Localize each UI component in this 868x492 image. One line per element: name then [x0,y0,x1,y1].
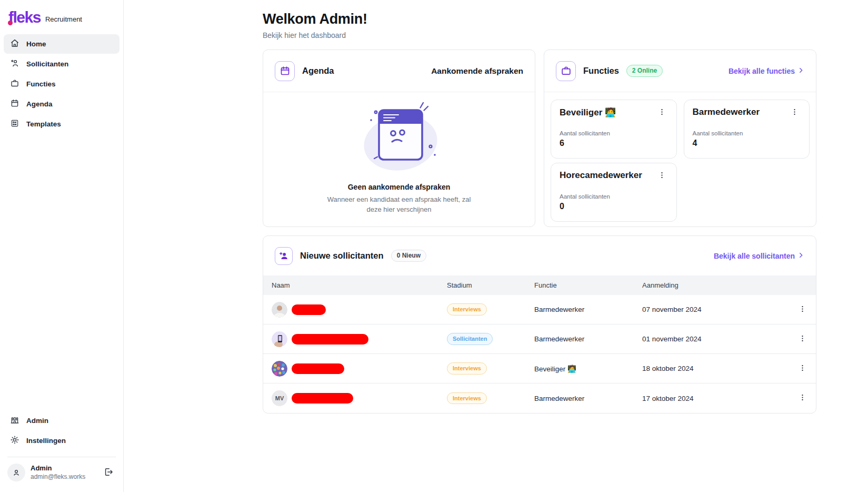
redacted-name [292,304,326,315]
job-count: 6 [560,139,668,148]
job-card-horecamedewerker[interactable]: Horecamedewerker Aantal sollicitanten 0 [551,163,677,222]
candidate-name-cell [272,302,447,318]
avatar-initials: MV [272,390,287,406]
nieuwe-sollicitanten-title: Nieuwe sollicitanten [300,251,384,261]
sidebar-nav: Home Sollicitanten Functies [0,34,123,134]
sidebar-item-label: Templates [26,120,61,128]
sidebar-item-label: Sollicitanten [26,60,68,68]
job-stat-label: Aantal sollicitanten [560,193,668,200]
job-menu-button[interactable] [656,170,668,182]
fleks-logo: fleks [7,9,41,25]
kebab-icon [791,110,799,117]
job-card-beveiliger[interactable]: Beveiliger 🧑‍💻 Aantal sollicitanten 6 [551,100,677,159]
page-subtitle: Bekijk hier het dashboard [263,31,816,40]
user-email: admin@fleks.works [31,473,96,481]
sidebar-item-home[interactable]: Home [4,34,119,54]
job-count: 0 [560,202,668,211]
job-stat-label: Aantal sollicitanten [693,130,801,136]
column-header-functie: Functie [534,281,642,289]
agenda-empty-state: Geen aankomende afspraken Wanneer een ka… [263,92,535,215]
kebab-icon [658,110,666,117]
briefcase-icon [10,78,19,90]
column-header-naam: Naam [272,281,447,289]
row-menu-button[interactable] [796,304,809,316]
sidebar-item-admin[interactable]: Admin [4,411,119,430]
chevron-right-icon [797,67,804,75]
kebab-icon [799,395,806,403]
aanmelding-cell: 01 november 2024 [642,335,787,343]
user-profile[interactable]: Admin admin@fleks.works [0,463,123,485]
agenda-card: Agenda Aankomende afspraken [263,50,535,227]
job-stat-label: Aantal sollicitanten [560,130,668,136]
stadium-badge: Interviews [447,303,487,316]
link-label: Bekijk alle sollicitanten [714,252,795,260]
empty-state-line1: Wanneer een kandidaat een afspraak heeft… [327,195,471,203]
job-card-barmedewerker[interactable]: Barmedewerker Aantal sollicitanten 4 [684,100,810,159]
dashboard-cards-row: Agenda Aankomende afspraken [263,50,816,227]
sidebar-item-label: Admin [26,417,48,425]
logo-subtitle: Recruitment [45,12,82,23]
view-all-functies-link[interactable]: Bekijk alle functies [729,67,804,75]
sidebar-item-label: Functies [26,80,56,88]
row-menu-button[interactable] [796,363,809,375]
empty-state-line2: deze hier verschijnen [367,205,432,213]
table-header-row: Naam Stadium Functie Aanmelding [263,275,816,295]
functie-cell: Barmedewerker [534,335,642,343]
stadium-cell: Interviews [447,362,534,375]
candidate-name-cell [272,331,447,347]
sidebar: fleks Recruitment Home Sollicitanten [0,0,124,492]
table-row[interactable]: MV Interviews Barmedewerker 17 oktober 2… [263,383,816,413]
logout-button[interactable] [101,465,116,481]
nieuwe-sollicitanten-header: Nieuwe sollicitanten 0 Nieuw Bekijk alle… [263,236,816,275]
stadium-cell: Interviews [447,392,534,405]
new-count-badge: 0 Nieuw [391,250,426,262]
agenda-card-header: Agenda Aankomende afspraken [263,50,535,92]
row-menu-button[interactable] [796,392,809,404]
redacted-name [292,334,368,345]
stadium-badge: Interviews [447,362,487,375]
functie-cell: Barmedewerker [534,306,642,313]
sidebar-item-label: Home [26,40,46,48]
table-row[interactable]: Sollicitanten Barmedewerker 01 november … [263,324,816,354]
templates-icon [10,119,19,130]
page-title: Welkom Admin! [263,11,816,27]
table-row[interactable]: Interviews Barmedewerker 07 november 202… [263,295,816,324]
user-add-icon [10,58,19,70]
view-all-sollicitanten-link[interactable]: Bekijk alle sollicitanten [714,252,804,260]
job-menu-button[interactable] [656,107,668,119]
functie-cell: Barmedewerker [534,395,642,402]
logo-text: fleks [8,8,41,26]
gear-icon [10,435,19,446]
functies-card-title: Functies [583,66,619,76]
job-menu-button[interactable] [789,107,801,119]
castle-icon [10,415,19,426]
functies-card-header: Functies 2 Online Bekijk alle functies [544,50,816,92]
functies-card: Functies 2 Online Bekijk alle functies B… [544,50,816,227]
jobs-grid: Beveiliger 🧑‍💻 Aantal sollicitanten 6 Ba… [544,92,816,229]
online-badge: 2 Online [626,65,663,77]
table-row[interactable]: Interviews Beveiliger 🧑‍💻 18 oktober 202… [263,354,816,383]
sidebar-item-instellingen[interactable]: Instellingen [4,431,119,450]
briefcase-icon [556,61,576,81]
empty-state-description: Wanneer een kandidaat een afspraak heeft… [327,195,471,215]
stadium-cell: Interviews [447,303,534,316]
sidebar-item-functies[interactable]: Functies [4,74,119,94]
sad-browser-illustration [352,96,446,181]
sidebar-item-agenda[interactable]: Agenda [4,94,119,114]
stadium-cell: Sollicitanten [447,333,534,345]
calendar-icon [275,61,295,81]
aanmelding-cell: 07 november 2024 [642,306,787,313]
candidate-name-cell [272,361,447,377]
calendar-icon [10,99,19,110]
kebab-icon [799,366,806,373]
sidebar-item-templates[interactable]: Templates [4,114,119,134]
row-menu-button[interactable] [796,333,809,345]
avatar [272,361,287,377]
chevron-right-icon [797,252,804,260]
user-meta: Admin admin@fleks.works [31,464,96,480]
sidebar-item-sollicitanten[interactable]: Sollicitanten [4,54,119,74]
job-count: 4 [693,139,801,148]
sidebar-footer: Admin Instellingen Admin admin@fleks.wor… [0,410,123,492]
aanmelding-cell: 17 oktober 2024 [642,395,787,402]
stadium-badge: Sollicitanten [447,333,493,345]
